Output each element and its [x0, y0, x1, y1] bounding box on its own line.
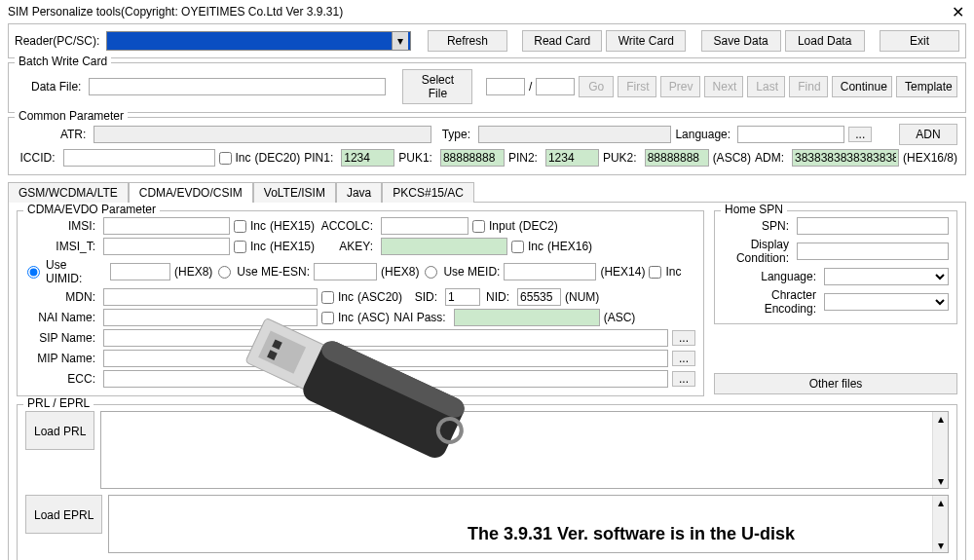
meesn-radio[interactable] — [218, 266, 231, 279]
ecc-more-button[interactable]: ... — [672, 371, 695, 387]
imsit-inc-checkbox[interactable] — [234, 241, 246, 253]
meid-label: Use MEID: — [443, 265, 500, 279]
language-more-button[interactable]: ... — [848, 127, 872, 142]
iccid-inc-label: Inc — [236, 151, 251, 165]
pin2-input[interactable] — [545, 149, 599, 167]
next-button[interactable]: Next — [704, 76, 744, 97]
accolc-input-checkbox[interactable] — [472, 220, 485, 233]
adn-button[interactable]: ADN — [899, 124, 957, 145]
nid-label: NID: — [484, 290, 513, 304]
akey-inc-checkbox[interactable] — [511, 241, 524, 253]
window-title: SIM Personalize tools(Copyright: OYEITIM… — [8, 5, 343, 19]
exit-button[interactable]: Exit — [880, 30, 959, 52]
refresh-button[interactable]: Refresh — [428, 30, 507, 52]
hex168-label: (HEX16/8) — [903, 151, 957, 165]
sip-label: SIP Name: — [25, 331, 99, 345]
puk1-label: PUK1: — [398, 151, 436, 165]
select-file-button[interactable]: Select File — [402, 69, 472, 104]
mip-more-button[interactable]: ... — [672, 351, 695, 366]
imsi-inc-checkbox[interactable] — [234, 220, 246, 233]
batch-legend: Batch Write Card — [15, 55, 111, 68]
tab-volte[interactable]: VoLTE/ISIM — [253, 182, 336, 203]
puk2-input[interactable] — [645, 149, 709, 167]
hex15-label: (HEX15) — [270, 219, 315, 233]
tab-cdma[interactable]: CDMA/EVDO/CSIM — [129, 182, 253, 203]
first-button[interactable]: First — [618, 76, 656, 97]
go-button[interactable]: Go — [579, 76, 614, 97]
uimid-input[interactable] — [110, 263, 170, 280]
reader-dropdown[interactable] — [106, 31, 411, 51]
prl-legend: PRL / EPRL — [23, 396, 94, 410]
mdn-label: MDN: — [25, 290, 99, 304]
hex15-2-label: (HEX15) — [270, 240, 315, 253]
scrollbar-2[interactable]: ▴▾ — [932, 496, 948, 552]
imsit-input[interactable] — [103, 238, 230, 255]
hex8-label: (HEX8) — [174, 265, 212, 279]
uimid-label: Use UIMID: — [46, 258, 106, 285]
tab-java[interactable]: Java — [336, 182, 382, 203]
data-file-input[interactable] — [89, 78, 386, 95]
pin1-label: PIN1: — [304, 151, 337, 165]
dec20-label: (DEC20) — [255, 151, 301, 165]
find-button[interactable]: Find — [789, 76, 828, 97]
imsi-label: IMSI: — [25, 219, 99, 233]
spn-legend: Home SPN — [721, 203, 787, 216]
prev-button[interactable]: Prev — [660, 76, 700, 97]
scrollbar[interactable]: ▴▾ — [932, 412, 948, 488]
imsit-inc-label: Inc — [250, 240, 266, 253]
continue-button[interactable]: Continue — [832, 76, 892, 97]
accolc-label: ACCOLC: — [318, 219, 377, 233]
iccid-inc-checkbox[interactable] — [219, 152, 232, 165]
pin2-label: PIN2: — [508, 151, 542, 165]
close-icon[interactable]: ✕ — [949, 3, 966, 21]
caption-text: The 3.9.31 Ver. software is in the U-dis… — [468, 524, 795, 544]
meesn-input[interactable] — [314, 263, 377, 280]
hex16-label: (HEX16) — [547, 240, 592, 253]
accolc-input[interactable] — [381, 217, 468, 235]
batch-sep: / — [529, 80, 532, 93]
uimid-radio[interactable] — [27, 266, 40, 279]
read-card-button[interactable]: Read Card — [522, 30, 602, 52]
write-card-button[interactable]: Write Card — [606, 30, 686, 52]
accolc-input-label: Input — [489, 219, 515, 233]
spn-lang-select[interactable] — [824, 268, 949, 285]
puk1-input[interactable] — [440, 149, 505, 167]
atr-input — [94, 126, 431, 143]
hex14-label: (HEX14) — [600, 265, 645, 279]
meesn-label: Use ME-ESN: — [237, 265, 310, 279]
load-eprl-button[interactable]: Load EPRL — [25, 495, 102, 534]
meid-input[interactable] — [504, 263, 596, 280]
type-input — [478, 126, 671, 143]
spn-input[interactable] — [797, 217, 949, 235]
batch-total-input[interactable] — [536, 78, 575, 95]
other-files-button[interactable]: Other files — [714, 373, 957, 394]
enc-select[interactable] — [824, 293, 949, 311]
tab-gsm[interactable]: GSM/WCDMA/LTE — [8, 182, 129, 203]
spn-lang-label: Language: — [723, 270, 820, 283]
mip-label: MIP Name: — [25, 352, 99, 365]
language-input[interactable] — [737, 126, 844, 143]
adm-input[interactable] — [792, 149, 899, 167]
common-legend: Common Parameter — [15, 109, 128, 123]
save-data-button[interactable]: Save Data — [701, 30, 781, 52]
tab-pkcs[interactable]: PKCS#15/AC — [382, 182, 474, 203]
imsi-input[interactable] — [103, 217, 230, 235]
last-button[interactable]: Last — [747, 76, 785, 97]
disp-input[interactable] — [797, 243, 949, 260]
meid-inc-checkbox[interactable] — [649, 266, 661, 279]
batch-pos-input[interactable] — [486, 78, 525, 95]
akey-inc-label: Inc — [528, 240, 543, 253]
pin1-input[interactable] — [341, 149, 394, 167]
load-data-button[interactable]: Load Data — [785, 30, 865, 52]
sip-more-button[interactable]: ... — [672, 330, 695, 346]
language-label: Language: — [675, 128, 733, 141]
type-label: Type: — [435, 128, 474, 141]
load-prl-button[interactable]: Load PRL — [25, 411, 94, 450]
nid-input[interactable] — [517, 288, 561, 306]
reader-label: Reader(PC/SC): — [15, 34, 102, 48]
akey-input[interactable] — [381, 238, 507, 255]
adm-label: ADM: — [755, 151, 788, 165]
template-button[interactable]: Template — [896, 76, 957, 97]
iccid-input[interactable] — [63, 149, 215, 167]
meid-radio[interactable] — [425, 266, 437, 279]
